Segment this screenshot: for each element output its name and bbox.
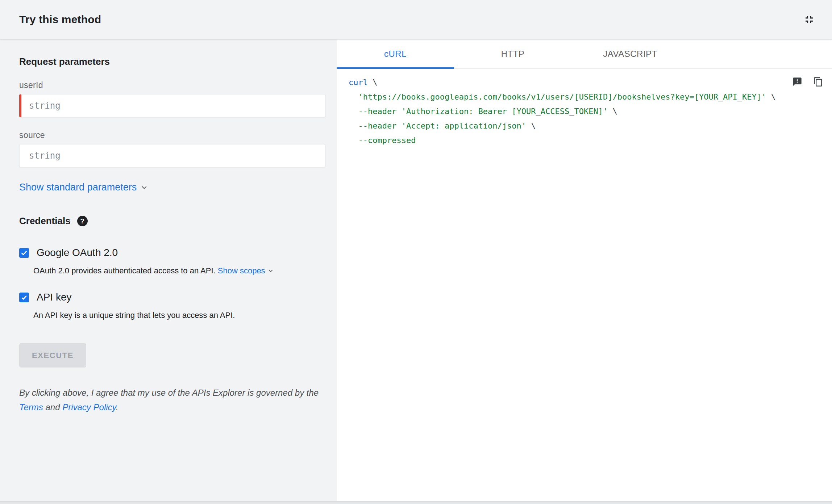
feedback-button[interactable] — [791, 75, 804, 88]
api-key-description: An API key is a unique string that lets … — [33, 311, 320, 320]
field-source-label: source — [19, 130, 325, 140]
code-token: curl — [349, 78, 368, 87]
disclaimer: By clicking above, I agree that my use o… — [19, 386, 327, 415]
check-icon — [20, 249, 28, 257]
code-token: --compressed — [349, 136, 416, 145]
code-token: 'Authorization: Bearer [YOUR_ACCESS_TOKE… — [402, 107, 608, 116]
tab-http-label: HTTP — [501, 49, 525, 59]
tab-javascript[interactable]: JAVASCRIPT — [571, 39, 689, 68]
field-source: source — [19, 130, 325, 167]
terms-link[interactable]: Terms — [19, 402, 43, 412]
copy-icon — [813, 77, 823, 87]
code-line: --compressed — [349, 133, 799, 148]
try-this-method-panel: Try this method Request parameters userI… — [0, 0, 832, 501]
privacy-policy-link[interactable]: Privacy Policy — [62, 402, 116, 412]
code-area: curl \ 'https://books.googleapis.com/boo… — [337, 69, 832, 501]
request-parameters-title: Request parameters — [19, 56, 337, 67]
execute-button[interactable]: EXECUTE — [19, 343, 86, 368]
fullscreen-exit-icon — [803, 13, 815, 26]
feedback-icon — [792, 77, 802, 87]
field-userid: userId — [19, 80, 325, 117]
code-line: --header 'Authorization: Bearer [YOUR_AC… — [349, 104, 799, 119]
tab-javascript-label: JAVASCRIPT — [603, 49, 657, 59]
show-scopes-label: Show scopes — [218, 266, 265, 276]
code-token: \ — [526, 121, 536, 130]
code-token: 'Accept: application/json' — [402, 121, 526, 130]
code-sample-panel: cURL HTTP JAVASCRIPT — [337, 39, 832, 501]
credentials-title: Credentials — [19, 215, 71, 227]
panel-title: Try this method — [19, 13, 101, 26]
code-token: \ — [766, 92, 776, 101]
disclaimer-end: . — [116, 402, 118, 412]
tab-curl[interactable]: cURL — [337, 39, 454, 68]
api-key-checkbox[interactable] — [19, 293, 29, 302]
tab-http[interactable]: HTTP — [454, 39, 571, 68]
api-key-label: API key — [37, 291, 71, 303]
source-input[interactable] — [19, 144, 325, 167]
chevron-down-icon — [140, 183, 149, 192]
request-panel: Request parameters userId source Show st… — [0, 39, 337, 501]
code-token: --header — [349, 107, 402, 116]
check-icon — [20, 294, 28, 301]
main-content: Request parameters userId source Show st… — [0, 39, 832, 501]
code-line: 'https://books.googleapis.com/books/v1/u… — [349, 90, 799, 104]
oauth-description-text: OAuth 2.0 provides authenticated access … — [33, 266, 218, 275]
code-token: 'https://books.googleapis.com/books/v1/u… — [349, 92, 766, 101]
show-standard-parameters-link[interactable]: Show standard parameters — [19, 182, 149, 193]
field-userid-label: userId — [19, 80, 325, 90]
code-token: \ — [608, 107, 617, 116]
code-token: --header — [349, 121, 402, 130]
code-tabs: cURL HTTP JAVASCRIPT — [337, 39, 832, 69]
credentials-header: Credentials ? — [19, 215, 337, 227]
disclaimer-text: By clicking above, I agree that my use o… — [19, 388, 319, 398]
code-line: curl \ — [349, 75, 799, 90]
oauth-checkbox[interactable] — [19, 248, 29, 258]
oauth-label: Google OAuth 2.0 — [37, 247, 118, 259]
code-line: --header 'Accept: application/json' \ — [349, 119, 799, 133]
oauth-description: OAuth 2.0 provides authenticated access … — [33, 266, 320, 276]
show-standard-parameters-label: Show standard parameters — [19, 182, 137, 193]
oauth-checkbox-row: Google OAuth 2.0 — [19, 247, 337, 259]
disclaimer-middle: and — [43, 402, 62, 412]
code-token: \ — [368, 78, 378, 87]
panel-header: Try this method — [0, 0, 832, 39]
userid-input[interactable] — [19, 94, 325, 117]
fullscreen-exit-button[interactable] — [802, 12, 817, 27]
code-actions — [791, 75, 825, 88]
tab-curl-label: cURL — [384, 49, 407, 59]
api-key-checkbox-row: API key — [19, 291, 337, 303]
chevron-down-icon — [267, 267, 275, 275]
help-icon[interactable]: ? — [77, 216, 88, 226]
code-block: curl \ 'https://books.googleapis.com/boo… — [349, 75, 799, 148]
show-scopes-link[interactable]: Show scopes — [218, 266, 275, 276]
copy-code-button[interactable] — [812, 75, 825, 88]
